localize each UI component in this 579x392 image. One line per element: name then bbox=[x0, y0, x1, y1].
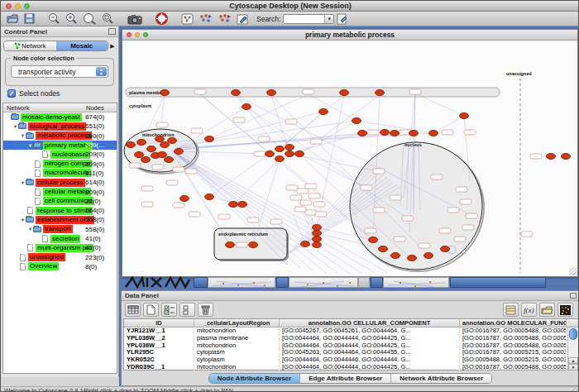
node-label-chip[interactable] bbox=[166, 180, 178, 185]
network-node[interactable] bbox=[158, 151, 167, 157]
tab-node-attribute-browser[interactable]: Node Attribute Browser bbox=[209, 374, 301, 383]
network-node[interactable] bbox=[180, 195, 189, 201]
node-label-chip[interactable] bbox=[460, 199, 471, 204]
node-label-chip[interactable] bbox=[373, 169, 385, 174]
import-attributes-icon[interactable] bbox=[539, 303, 555, 317]
network-edge[interactable] bbox=[209, 154, 270, 197]
network-node[interactable] bbox=[285, 144, 294, 150]
network-node[interactable] bbox=[358, 130, 367, 136]
node-label-chip[interactable] bbox=[141, 202, 153, 207]
node-label-chip[interactable] bbox=[185, 169, 197, 174]
node-label-chip[interactable] bbox=[466, 213, 477, 218]
network-node[interactable] bbox=[313, 236, 322, 241]
column-header-3[interactable]: annotation.GO MOLECULAR_FUNCTION bbox=[460, 319, 567, 327]
tree-row-establishment-of-lo[interactable]: ▼establishment of lo558(0) bbox=[3, 215, 117, 224]
node-label-chip[interactable] bbox=[402, 216, 414, 221]
network-node[interactable] bbox=[313, 241, 322, 247]
app-resize-grip[interactable] bbox=[572, 387, 579, 392]
network-node[interactable] bbox=[168, 137, 177, 143]
network-edge[interactable] bbox=[309, 94, 356, 121]
node-label-chip[interactable] bbox=[285, 119, 297, 124]
tab-scroll-right-icon[interactable]: ▶ bbox=[108, 43, 117, 50]
zoom-fit-icon[interactable] bbox=[83, 12, 97, 25]
minimized-window-4[interactable] bbox=[450, 277, 546, 288]
tree-row-mosaic-demo-yeast[interactable]: mosaic-demo-yeast874(0) bbox=[3, 112, 117, 122]
node-label-chip[interactable] bbox=[194, 89, 206, 94]
tree-row-transport[interactable]: ▼transport558(0) bbox=[3, 225, 117, 234]
network-node[interactable] bbox=[205, 194, 214, 199]
network-node[interactable] bbox=[424, 252, 433, 258]
node-label-chip[interactable] bbox=[390, 195, 401, 200]
node-label-chip[interactable] bbox=[233, 117, 245, 122]
network-node[interactable] bbox=[205, 136, 214, 141]
zoom-selected-icon[interactable] bbox=[102, 12, 114, 25]
table-scrollbar[interactable]: ▲ ▼ bbox=[567, 327, 578, 370]
network-node[interactable] bbox=[460, 112, 469, 118]
node-label-chip[interactable] bbox=[419, 243, 430, 248]
node-label-chip[interactable] bbox=[156, 122, 168, 127]
disclosure-triangle-icon[interactable]: ▼ bbox=[20, 218, 26, 222]
save-session-icon[interactable] bbox=[24, 13, 35, 24]
tree-row-nitrogen-compo[interactable]: nitrogen compo209(0) bbox=[3, 159, 117, 168]
network-node[interactable] bbox=[313, 224, 322, 230]
node-label-chip[interactable] bbox=[373, 208, 385, 213]
network-edge[interactable] bbox=[200, 94, 383, 249]
network-manager-icon[interactable] bbox=[181, 13, 194, 25]
node-label-chip[interactable] bbox=[286, 185, 298, 190]
node-label-chip[interactable] bbox=[361, 185, 372, 190]
network-node[interactable] bbox=[242, 103, 251, 109]
column-header-0[interactable]: ID bbox=[124, 319, 194, 327]
search-dropdown-arrow-icon[interactable]: ▼ bbox=[324, 15, 333, 23]
network-node[interactable] bbox=[319, 108, 328, 114]
node-label-chip[interactable] bbox=[305, 184, 317, 189]
table-row[interactable]: YDR039C__1mitochondrion[GO:0044464, GO:0… bbox=[124, 364, 578, 371]
disclosure-triangle-icon[interactable]: ▼ bbox=[27, 143, 33, 148]
netwin-resize-grip[interactable] bbox=[569, 268, 577, 275]
node-label-chip[interactable] bbox=[409, 89, 421, 94]
node-label-chip[interactable] bbox=[173, 167, 184, 172]
function-builder-icon[interactable]: f(x) bbox=[521, 303, 537, 317]
disclosure-triangle-icon[interactable]: ▼ bbox=[20, 133, 26, 138]
network-node[interactable] bbox=[137, 139, 146, 145]
tree-row-unassigned[interactable]: unassigned223(0) bbox=[3, 252, 117, 261]
network-node[interactable] bbox=[249, 241, 258, 247]
tree-row-cellular-process[interactable]: ▼cellular process614(0) bbox=[3, 178, 117, 187]
scroll-down-icon[interactable]: ▼ bbox=[568, 364, 578, 370]
network-node[interactable] bbox=[160, 141, 170, 147]
network-node[interactable] bbox=[127, 141, 136, 147]
node-label-chip[interactable] bbox=[300, 200, 312, 205]
column-header-1[interactable]: _cellularLayoutRegion bbox=[194, 319, 280, 327]
tree-row-multi-organism-pro[interactable]: multi-organism pro42(0) bbox=[3, 243, 117, 252]
table-row[interactable]: YPL036W__1mitochondrion[GO:0044464, GO:0… bbox=[124, 342, 578, 350]
network-canvas[interactable]: plasma membranecytoplasmmitochondrionnuc… bbox=[122, 41, 577, 276]
tree-row-cell-communicat[interactable]: cell communicat22(0) bbox=[3, 197, 117, 206]
network-edge[interactable] bbox=[299, 154, 366, 188]
apply-vizmap-icon[interactable] bbox=[218, 13, 232, 25]
table-row[interactable]: YJR121W__1mitochondrion[GO:0045267, GO:0… bbox=[124, 327, 578, 335]
snapshot-camera-icon[interactable] bbox=[127, 13, 142, 25]
node-label-chip[interactable] bbox=[173, 203, 184, 208]
network-node[interactable] bbox=[238, 201, 247, 207]
control-panel-float-icon[interactable] bbox=[108, 28, 116, 35]
network-node[interactable] bbox=[160, 89, 170, 95]
tab-edge-attribute-browser[interactable]: Edge Attribute Browser bbox=[300, 374, 391, 383]
help-lifering-icon[interactable] bbox=[156, 12, 168, 25]
table-row[interactable]: YLR295Ccytoplasm[GO:0045263, GO:0044464,… bbox=[124, 349, 578, 356]
node-label-chip[interactable] bbox=[454, 237, 466, 241]
node-label-chip[interactable] bbox=[270, 219, 282, 224]
network-node[interactable] bbox=[135, 151, 144, 157]
node-label-chip[interactable] bbox=[442, 130, 453, 135]
tree-row-metabolic-process[interactable]: ▼metabolic process280(0) bbox=[3, 131, 117, 141]
node-color-dropdown[interactable]: transporter activity ▲▼ bbox=[11, 65, 108, 78]
tab-network-attribute-browser[interactable]: Network Attribute Browser bbox=[391, 374, 491, 383]
node-label-chip[interactable] bbox=[431, 174, 443, 179]
disclosure-triangle-icon[interactable]: ▼ bbox=[20, 180, 26, 185]
network-node[interactable] bbox=[266, 151, 275, 156]
search-options-icon[interactable] bbox=[337, 13, 348, 25]
apply-layout-icon[interactable] bbox=[199, 13, 213, 25]
search-input[interactable]: ▼ bbox=[283, 14, 334, 24]
scroll-up-icon[interactable]: ▲ bbox=[568, 357, 578, 364]
node-label-chip[interactable] bbox=[464, 130, 476, 135]
network-node[interactable] bbox=[547, 153, 556, 159]
tree-row-biological-process[interactable]: ▼biological_process651(0) bbox=[3, 122, 117, 131]
